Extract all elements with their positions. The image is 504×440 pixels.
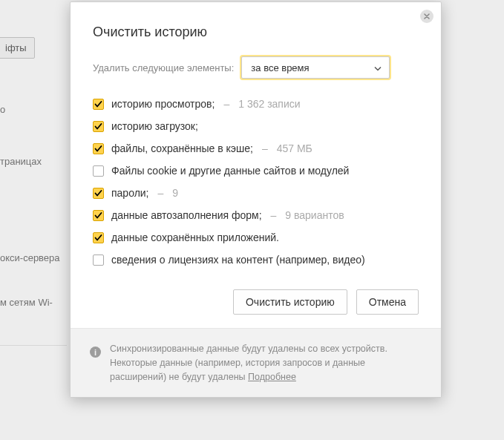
checkbox[interactable] [93, 188, 104, 199]
dialog-footer: i Синхронизированные данные будут удален… [71, 328, 441, 397]
checkbox[interactable] [93, 255, 104, 266]
clear-history-dialog: Очистить историю Удалить следующие элеме… [70, 1, 442, 398]
option-label: данные автозаполнения форм; [111, 209, 262, 221]
checkbox[interactable] [93, 99, 104, 110]
option-row[interactable]: данные автозаполнения форм;–9 вариантов [93, 209, 419, 221]
option-label: данные сохранённых приложений. [111, 232, 279, 243]
cancel-button[interactable]: Отмена [356, 289, 419, 315]
option-label: историю загрузок; [111, 120, 198, 132]
time-range-value: за все время [251, 62, 309, 73]
option-separator: – [158, 187, 164, 199]
option-row[interactable]: историю загрузок; [93, 120, 419, 132]
checkbox[interactable] [93, 165, 104, 177]
option-separator: – [271, 209, 277, 221]
option-hint: 9 [172, 187, 178, 199]
option-separator: – [262, 142, 268, 154]
option-row[interactable]: пароли;–9 [93, 187, 419, 199]
option-label: Файлы cookie и другие данные сайтов и мо… [111, 165, 349, 177]
option-row[interactable]: файлы, сохранённые в кэше;–457 МБ [93, 142, 419, 154]
option-row[interactable]: сведения о лицензиях на контент (наприме… [93, 254, 419, 266]
dialog-actions: Очистить историю Отмена [93, 289, 419, 315]
option-row[interactable]: историю просмотров;–1 362 записи [93, 98, 419, 110]
option-label: сведения о лицензиях на контент (наприме… [111, 254, 365, 266]
option-hint: 1 362 записи [238, 98, 300, 110]
dialog-body: Очистить историю Удалить следующие элеме… [71, 2, 441, 328]
option-label: пароли; [111, 187, 149, 199]
option-row[interactable]: данные сохранённых приложений. [93, 232, 419, 243]
option-hint: 9 вариантов [285, 209, 344, 221]
close-icon[interactable] [420, 10, 433, 23]
checkbox[interactable] [93, 232, 104, 243]
option-label: историю просмотров; [111, 98, 215, 110]
checkbox[interactable] [93, 121, 104, 132]
option-label: файлы, сохранённые в кэше; [111, 142, 253, 154]
info-icon: i [90, 347, 101, 358]
option-row[interactable]: Файлы cookie и другие данные сайтов и мо… [93, 165, 419, 177]
time-range-select[interactable]: за все время [241, 56, 390, 79]
options-list: историю просмотров;–1 362 записиисторию … [93, 98, 419, 266]
dialog-title: Очистить историю [93, 24, 419, 40]
time-range-label: Удалить следующие элементы: [93, 62, 234, 73]
option-separator: – [223, 98, 229, 110]
learn-more-link[interactable]: Подробнее [248, 372, 296, 382]
clear-history-button[interactable]: Очистить историю [233, 289, 347, 315]
checkbox[interactable] [93, 210, 104, 221]
checkbox[interactable] [93, 143, 104, 154]
chevron-down-icon [374, 62, 382, 73]
option-hint: 457 МБ [277, 142, 312, 154]
footer-text: Синхронизированные данные будут удалены … [110, 342, 422, 384]
time-range-row: Удалить следующие элементы: за все время [93, 56, 419, 79]
